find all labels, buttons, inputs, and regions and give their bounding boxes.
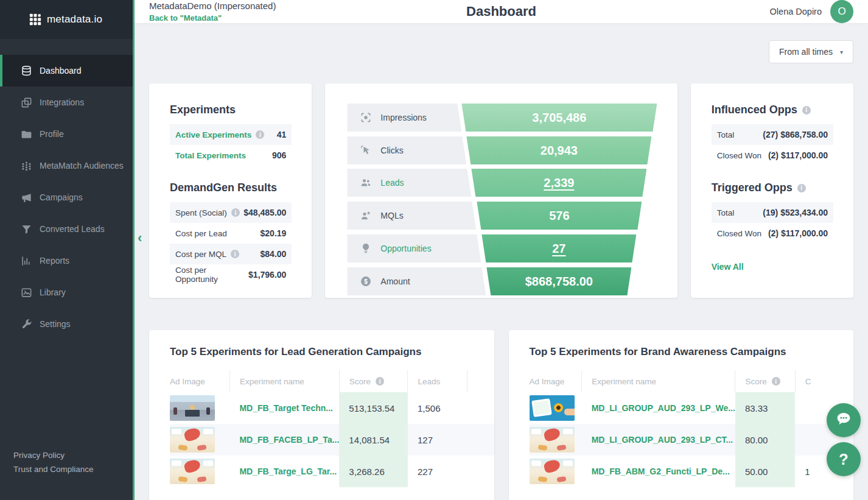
stat-value: (2) $117,000.00 <box>768 150 828 160</box>
column-header: Leads <box>408 370 467 392</box>
trust-compliance-link[interactable]: Trust and Compliance <box>13 463 133 477</box>
opps-title-text: Influenced Opps <box>712 104 797 116</box>
stat-label[interactable]: Total Experiments <box>175 151 246 160</box>
experiment-name-link[interactable]: MD_FB_Targe_LG_Tar... <box>229 456 339 487</box>
sidebar-item-label: Profile <box>40 129 64 139</box>
stat-label-text: Total <box>717 130 735 139</box>
tablet-scene-cup <box>554 403 563 412</box>
score-cell: 50.00 <box>735 456 795 487</box>
funnel-label-text[interactable]: Leads <box>380 178 404 188</box>
experiments-rows: Active Experimentsi41Total Experiments90… <box>170 124 292 166</box>
column-header-text: Score <box>745 377 766 386</box>
funnel-label-clicks: Clicks <box>347 136 466 164</box>
sidebar-item-integrations[interactable]: Integrations <box>0 86 133 118</box>
column-header-text: Ad Image <box>530 377 565 386</box>
sidebar-item-label: MetaMatch Audiences <box>40 161 124 171</box>
stat-row: Total(19) $523,434.00 <box>712 202 833 223</box>
toolbar: From all times ▾ <box>149 23 853 63</box>
sidebar-nav: DashboardIntegrationsProfileMetaMatch Au… <box>0 55 133 340</box>
app-window: metadata.io DashboardIntegrationsProfile… <box>0 0 868 500</box>
stat-label-text: Total Experiments <box>175 151 246 160</box>
view-all-link[interactable]: View All <box>712 262 833 272</box>
info-icon[interactable]: i <box>231 208 240 217</box>
sidebar-item-campaigns[interactable]: Campaigns <box>0 181 133 213</box>
metamatch-audiences-icon <box>21 160 32 172</box>
stat-label: Cost per MQLi <box>175 250 239 259</box>
score-cell: 3,268.26 <box>339 456 408 487</box>
sidebar-item-library[interactable]: Library <box>0 276 133 308</box>
stat-label: Cost per Opportunity <box>175 266 248 284</box>
experiment-name-link[interactable]: MD_LI_GROUP_AUD_293_LP_We... <box>582 392 735 424</box>
experiment-name-link[interactable]: MD_FB_ABM_G2_Functi_LP_De... <box>582 456 735 487</box>
column-header-inner: Experiment name <box>240 377 339 386</box>
beach-scene-p1 <box>178 445 188 451</box>
leads-icon <box>360 177 372 189</box>
sidebar-item-label: Library <box>40 287 66 297</box>
experiment-name-link[interactable]: MD_LI_GROUP_AUD_293_LP_CT... <box>582 424 735 456</box>
back-to-workspace-link[interactable]: Back to "Metadata" <box>149 13 276 23</box>
table-row: MD_LI_GROUP_AUD_293_LP_We...83.33 <box>530 392 854 424</box>
column-header: C <box>795 370 853 392</box>
chat-button[interactable] <box>827 403 861 437</box>
opps-card: Influenced OppsiTotal(27) $868,758.00Clo… <box>691 83 853 298</box>
dashboard-icon <box>21 65 32 77</box>
beach-scene-p2 <box>197 445 207 451</box>
experiments-table: Ad ImageExperiment nameScoreiLeadsMD_FB_… <box>170 370 494 487</box>
funnel-value[interactable]: 27 <box>552 242 565 256</box>
stat-row: Closed Won(2) $117,000.00 <box>712 223 833 244</box>
sidebar-collapse-chevron-icon[interactable]: ‹ <box>138 231 142 245</box>
info-icon[interactable]: i <box>802 106 811 114</box>
funnel-value[interactable]: 2,339 <box>544 176 574 190</box>
sidebar-item-profile[interactable]: Profile <box>0 118 133 150</box>
sidebar-item-label: Dashboard <box>40 66 82 76</box>
opportunities-icon <box>360 242 372 255</box>
experiments-card: Experiments Active Experimentsi41Total E… <box>149 83 312 298</box>
column-header-inner: Leads <box>418 377 466 386</box>
funnel-bar-mqls: 576 <box>477 202 642 230</box>
logo[interactable]: metadata.io <box>0 0 133 39</box>
sidebar-item-reports[interactable]: Reports <box>0 245 133 276</box>
reports-icon <box>21 255 32 267</box>
tables-row: Top 5 Experiments for Lead Generation Ca… <box>149 330 853 500</box>
avatar[interactable]: O <box>830 0 853 23</box>
help-button[interactable]: ? <box>827 442 861 476</box>
ad-thumbnail <box>170 459 215 484</box>
info-icon[interactable]: i <box>256 130 264 139</box>
funnel-label-text: Clicks <box>380 146 403 155</box>
experiment-name-link[interactable]: MD_FB_FACEB_LP_Ta... <box>229 424 339 456</box>
funnel-label-mqls: MQLs <box>347 202 476 230</box>
info-icon[interactable]: i <box>797 184 806 192</box>
header-user-block: Olena Dopiro O <box>770 0 853 23</box>
beach-scene-bub-l <box>172 460 181 466</box>
info-icon[interactable]: i <box>772 377 780 386</box>
info-icon[interactable]: i <box>376 377 384 386</box>
metric-cell <box>467 392 494 424</box>
ad-thumbnail <box>170 427 215 452</box>
sidebar-item-metamatch-audiences[interactable]: MetaMatch Audiences <box>0 150 133 181</box>
experiment-name-link[interactable]: MD_FB_Target Techn... <box>229 392 339 424</box>
stat-value: $1,796.00 <box>248 270 286 280</box>
sidebar-item-dashboard[interactable]: Dashboard <box>0 55 133 86</box>
info-icon[interactable]: i <box>231 250 239 258</box>
stat-label[interactable]: Active Experimentsi <box>175 130 264 139</box>
top-experiments-card: Top 5 Experiments for Lead Generation Ca… <box>149 330 494 500</box>
sidebar-item-converted-leads[interactable]: Converted Leads <box>0 213 133 245</box>
logo-text: metadata.io <box>47 13 102 26</box>
main-area: MetadataDemo (Impersonated) Back to "Met… <box>135 0 868 500</box>
demandgen-title: DemandGen Results <box>170 181 292 194</box>
opps-rows: Total(27) $868,758.00Closed Won(2) $117,… <box>712 124 833 166</box>
sidebar-item-settings[interactable]: Settings <box>0 308 133 340</box>
table-row: MD_FB_Targe_LG_Tar...3,268.26227 <box>170 456 494 487</box>
table-row: MD_FB_Target Techn...513,153.541,506 <box>170 392 494 424</box>
column-header: Scorei <box>339 370 408 392</box>
beach-scene-p1 <box>537 476 547 482</box>
privacy-policy-link[interactable]: Privacy Policy <box>13 449 133 463</box>
time-filter-dropdown[interactable]: From all times ▾ <box>769 40 853 63</box>
stat-label: Total <box>717 130 735 139</box>
column-header-text: Score <box>349 377 371 386</box>
stat-label-text: Cost per Opportunity <box>175 266 248 284</box>
stat-label: Closed Won <box>717 229 761 238</box>
profile-icon <box>21 129 32 140</box>
funnel-label-text[interactable]: Opportunities <box>380 244 431 253</box>
metric-cell: 227 <box>408 456 467 487</box>
